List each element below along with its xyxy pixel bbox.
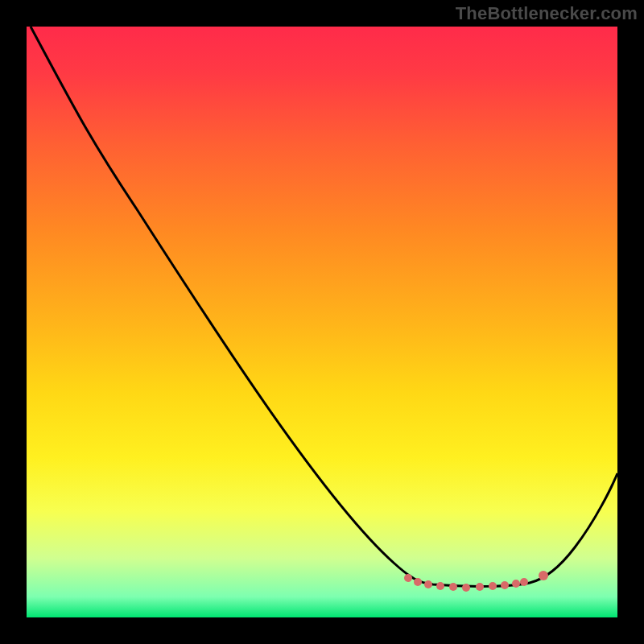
optimal-marker [501,581,509,589]
plot-background [27,27,617,617]
optimal-marker [512,580,520,588]
optimal-marker [462,584,470,592]
bottleneck-chart [0,0,644,644]
optimal-marker [424,580,432,588]
optimal-marker [404,574,412,582]
optimal-marker [489,582,497,590]
optimal-marker [520,578,528,586]
optimal-marker [476,583,484,591]
optimal-end-marker [539,571,548,580]
optimal-marker [436,582,444,590]
optimal-marker [414,578,422,586]
optimal-marker [449,583,457,591]
chart-frame: TheBottlenecker.com [0,0,644,644]
